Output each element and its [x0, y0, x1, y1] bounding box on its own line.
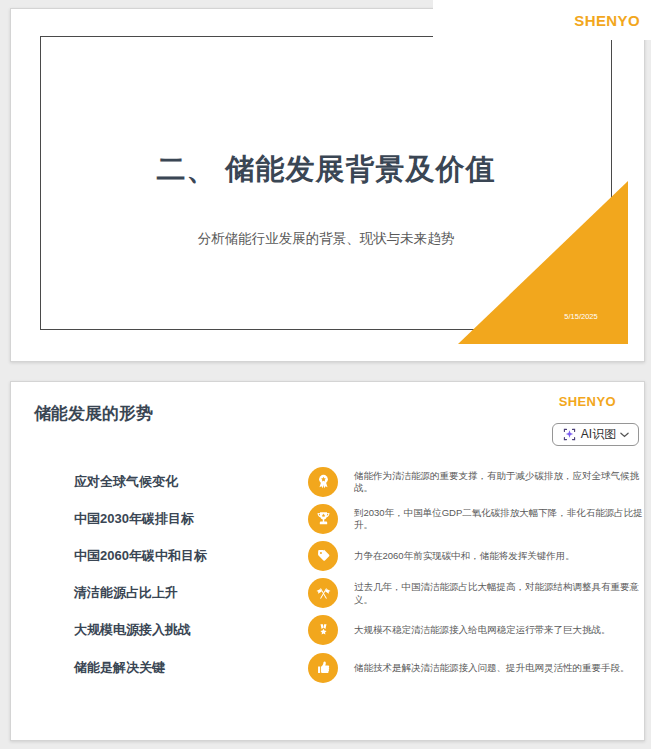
- slide-date: 5/15/2025: [541, 312, 621, 321]
- list-item: 应对全球气候变化 储能作为清洁能源的重要支撑，有助于减少碳排放，应对全球气候挑战…: [11, 463, 644, 500]
- crossed-flags-icon: [308, 578, 338, 608]
- item-label: 大规模电源接入挑战: [74, 621, 191, 639]
- brand-logo: SHENYO: [559, 394, 616, 409]
- list-item: 清洁能源占比上升 过去几年，中国清洁能源占比大幅提高，对能源结构调整具有重要意义…: [11, 575, 644, 612]
- item-description: 力争在2060年前实现碳中和，储能将发挥关键作用。: [354, 550, 646, 563]
- list-item: 中国2060年碳中和目标 力争在2060年前实现碳中和，储能将发挥关键作用。: [11, 537, 644, 574]
- ai-scan-sparkle-icon: [562, 427, 577, 442]
- chevron-down-icon[interactable]: [620, 432, 629, 438]
- item-label: 清洁能源占比上升: [74, 584, 178, 602]
- item-description: 储能技术是解决清洁能源接入问题、提升电网灵活性的重要手段。: [354, 661, 646, 674]
- ai-button-label: AI识图: [581, 426, 616, 443]
- item-description: 过去几年，中国清洁能源占比大幅提高，对能源结构调整具有重要意义。: [354, 581, 646, 606]
- item-label: 储能是解决关键: [74, 659, 165, 677]
- logo-chip: SHENYO: [433, 0, 651, 40]
- item-description: 储能作为清洁能源的重要支撑，有助于减少碳排放，应对全球气候挑战。: [354, 469, 646, 494]
- page-title: 储能发展的形势: [34, 402, 153, 425]
- award-ribbon-icon: [308, 467, 338, 497]
- slide-2-content-slide[interactable]: 储能发展的形势 SHENYO AI识图 应对全球气候变化: [10, 381, 645, 741]
- item-label: 中国2060年碳中和目标: [74, 547, 207, 565]
- list-item: 中国2030年碳排目标 到2030年，中国单位GDP二氧化碳排放大幅下降，非化石…: [11, 500, 644, 537]
- ai-recognize-button[interactable]: AI识图: [552, 423, 639, 446]
- item-description: 大规模不稳定清洁能源接入给电网稳定运行带来了巨大挑战。: [354, 624, 646, 637]
- thumbs-up-icon: [308, 653, 338, 683]
- trophy-icon: [308, 504, 338, 534]
- item-label: 应对全球气候变化: [74, 473, 178, 491]
- brand-logo: SHENYO: [574, 12, 640, 29]
- item-description: 到2030年，中国单位GDP二氧化碳排放大幅下降，非化石能源占比提升。: [354, 506, 646, 531]
- price-tag-icon: [308, 541, 338, 571]
- item-label: 中国2030年碳排目标: [74, 510, 194, 528]
- slide-1-title-slide[interactable]: 二、 储能发展背景及价值 分析储能行业发展的背景、现状与未来趋势 5/15/20…: [10, 8, 645, 362]
- list-item: 大规模电源接入挑战 大规模不稳定清洁能源接入给电网稳定运行带来了巨大挑战。: [11, 612, 644, 649]
- medal-icon: [308, 615, 338, 645]
- feature-list: 应对全球气候变化 储能作为清洁能源的重要支撑，有助于减少碳排放，应对全球气候挑战…: [11, 463, 644, 686]
- list-item: 储能是解决关键 储能技术是解决清洁能源接入问题、提升电网灵活性的重要手段。: [11, 649, 644, 686]
